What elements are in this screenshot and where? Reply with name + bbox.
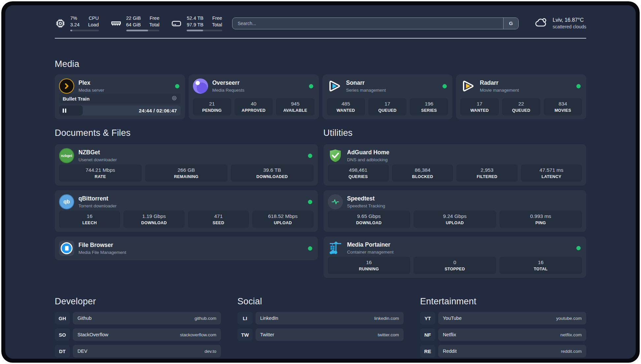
bookmark-netflix: NF Netflixnetflix.com: [420, 328, 586, 341]
bookmark-link[interactable]: Netflixnetflix.com: [438, 328, 586, 341]
adguard-card[interactable]: AdGuard Home DNS and adblocking 498,461Q…: [323, 144, 587, 186]
cpu-load-value: 3.24: [70, 22, 79, 28]
stat-tile: 0.993 msPING: [500, 211, 582, 228]
radarr-icon: [460, 78, 475, 94]
stat-tile: 39.6 TBDOWNLOADED: [231, 165, 314, 182]
app-subtitle: Media server: [78, 88, 171, 93]
memory-stat: 22 GiB 64 GiB Free Total: [110, 15, 160, 31]
bookmark-youtube: YT YouTubeyoutube.com: [420, 312, 586, 324]
bookmark-stackoverflow: SO StackOverflowstackoverflow.com: [55, 328, 221, 341]
stat-tile: 40APPROVED: [234, 98, 273, 115]
status-dot: [576, 84, 581, 88]
stat-tile: 1.19 GbpsDOWNLOAD: [123, 211, 184, 228]
qbittorrent-card[interactable]: qb qBittorrent Torrent downloader 16LEEC…: [55, 190, 318, 232]
app-subtitle: Torrent downloader: [78, 203, 304, 208]
bookmark-link[interactable]: Twittertwitter.com: [256, 328, 404, 341]
status-dot: [308, 154, 312, 158]
portainer-card[interactable]: Media Portainer Container management 16R…: [323, 236, 587, 278]
status-dot: [309, 84, 313, 88]
adguard-icon: [328, 148, 343, 163]
bookmark-link[interactable]: YouTubeyoutube.com: [438, 312, 586, 324]
ram-total-value: 64 GiB: [126, 22, 141, 28]
stat-tile: 485WANTED: [327, 98, 365, 115]
ram-progress-bar: [126, 30, 160, 31]
stat-tile: 9.24 GbpsUPLOAD: [413, 211, 496, 228]
bookmark-linkedin: LI LinkedInlinkedin.com: [237, 312, 404, 324]
search-input[interactable]: [232, 17, 519, 29]
overseerr-card[interactable]: Overseerr Media Requests 21PENDING 40APP…: [189, 75, 319, 119]
plex-card[interactable]: Plex Media server Bullet Train 24:44 / 0…: [55, 75, 185, 119]
app-title: NZBGet: [78, 149, 304, 156]
stat-tile: 16RUNNING: [328, 257, 411, 274]
documents-column: Documents & Files nzbget NZBGet Usenet d…: [55, 128, 318, 260]
ram-total-label: Total: [149, 22, 160, 28]
header-divider: [55, 38, 586, 39]
media-grid: Plex Media server Bullet Train 24:44 / 0…: [55, 75, 586, 119]
sonarr-card[interactable]: Sonarr Series management 485WANTED 17QUE…: [322, 75, 453, 119]
dashboard-page: 7% 3.24 CPU Load: [5, 5, 636, 359]
plex-icon: [59, 78, 74, 94]
utilities-section-title: Utilities: [323, 128, 587, 138]
cpu-usage-label: CPU: [88, 15, 99, 21]
status-dot: [175, 84, 179, 88]
app-title: Speedtest: [347, 195, 582, 202]
bookmark-link[interactable]: DEVdev.to: [73, 345, 221, 357]
stat-tile: 16LEECH: [59, 211, 120, 228]
app-subtitle: Series management: [346, 88, 439, 93]
cpu-usage-value: 7%: [70, 15, 79, 21]
playback-time: 24:44 / 02:06:47: [139, 108, 177, 113]
stat-tile: 2,953FILTERED: [456, 165, 517, 182]
app-title: Radarr: [480, 79, 572, 86]
bookmark-abbr: TW: [237, 328, 253, 341]
app-title: qBittorrent: [78, 195, 304, 202]
stat-tile: 0STOPPED: [413, 257, 496, 274]
playback-progress-bar[interactable]: 24:44 / 02:06:47: [59, 106, 181, 115]
bookmark-abbr: DT: [55, 345, 70, 357]
social-section-title: Social: [237, 296, 404, 307]
bookmark-link[interactable]: Redditreddit.com: [438, 345, 586, 357]
weather-location-temp: Lviv, 16.87°C: [553, 17, 586, 23]
filebrowser-card[interactable]: File Browser Media File Management: [55, 236, 318, 260]
bookmark-abbr: LI: [237, 312, 253, 324]
stat-tile: 22QUEUED: [502, 98, 540, 115]
bookmark-link[interactable]: Githubgithub.com: [73, 312, 221, 324]
speedtest-card[interactable]: Speedtest Speedtest Tracking 9.65 GbpsDO…: [323, 190, 587, 232]
radarr-card[interactable]: Radarr Movie management 17WANTED 22QUEUE…: [456, 75, 586, 119]
stat-tile: 498,461QUERIES: [328, 165, 389, 182]
stat-tile: 47.571 msLATENCY: [521, 165, 582, 182]
media-section-title: Media: [55, 59, 586, 69]
app-subtitle: Container management: [347, 250, 572, 255]
stat-tile: 834MOVIES: [544, 98, 582, 115]
stat-tile: 744.21 MbpsRATE: [59, 165, 142, 182]
search-engine-button[interactable]: G: [503, 18, 518, 29]
weather-widget[interactable]: Lviv, 16.87°C scattered clouds: [534, 16, 586, 31]
app-title: Media Portainer: [347, 241, 572, 248]
nzbget-card[interactable]: nzbget NZBGet Usenet downloader 744.21 M…: [55, 144, 318, 186]
bookmark-link[interactable]: LinkedInlinkedin.com: [256, 312, 404, 324]
bookmark-dev: DT DEVdev.to: [55, 345, 221, 357]
bookmark-abbr: GH: [55, 312, 70, 324]
ram-free-label: Free: [149, 15, 160, 21]
bookmark-abbr: NF: [420, 328, 435, 341]
speedtest-icon: [328, 194, 343, 209]
bookmark-abbr: SO: [55, 328, 70, 341]
filebrowser-icon: [59, 241, 74, 256]
pause-icon[interactable]: [63, 108, 66, 113]
stat-tile: 17WANTED: [460, 98, 499, 115]
status-dot: [308, 246, 312, 251]
bookmark-abbr: YT: [420, 312, 435, 324]
developer-section-title: Developer: [55, 296, 221, 307]
utilities-column: Utilities AdGuard Home DNS and adblockin…: [323, 128, 587, 278]
app-subtitle: Speedtest Tracking: [347, 203, 582, 208]
entertainment-column: Entertainment YT YouTubeyoutube.com NF N…: [420, 296, 586, 357]
bookmark-link[interactable]: StackOverflowstackoverflow.com: [73, 328, 221, 341]
stat-tile: 618.52 MbpsUPLOAD: [252, 211, 313, 228]
disk-total-label: Total: [212, 22, 222, 28]
app-title: Overseerr: [212, 79, 305, 86]
app-title: Plex: [78, 79, 171, 86]
now-playing-row: Bullet Train: [59, 94, 181, 104]
cpu-stat: 7% 3.24 CPU Load: [55, 15, 99, 31]
app-title: AdGuard Home: [347, 149, 582, 156]
disk-total-value: 97.9 TB: [187, 22, 203, 28]
nzbget-icon: nzbget: [59, 148, 74, 163]
